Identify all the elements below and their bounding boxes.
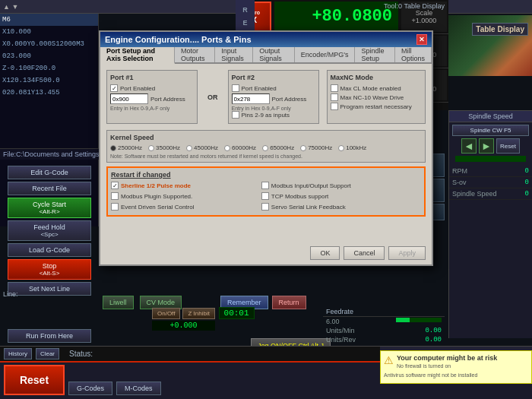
kernel-65k[interactable]: 65000Hz (262, 144, 294, 151)
dro-x-value: +80.0800 (274, 2, 398, 32)
sherline-checkbox[interactable] (111, 182, 119, 189)
modbus-io-checkbox[interactable] (261, 182, 269, 189)
kernel-45k[interactable]: 45000Hz (186, 144, 218, 151)
spindle-down-button[interactable]: ◄ (461, 138, 477, 154)
run-from-here-button[interactable]: Run From Here (4, 327, 95, 345)
dialog-content: Port #1 Port Enabled Port Address Entry … (100, 64, 432, 247)
tab-output-signals[interactable]: Output Signals (253, 47, 294, 62)
engine-config-dialog: Engine Configuration.... Ports & Pins ✕ … (99, 30, 433, 266)
return-button[interactable]: Return (272, 296, 306, 309)
kernel-section: Kernel Speed 25000Hz 35000Hz 45000Hz 600… (106, 130, 426, 163)
maxnc-restart-checkbox[interactable] (331, 103, 338, 110)
maxnc-box: MaxNC Mode Max CL Mode enabled Max NC-10… (327, 70, 426, 124)
kernel-35k[interactable]: 35000Hz (148, 144, 180, 151)
cycle-start-button[interactable]: Cycle Start <Alt-R> (8, 198, 91, 218)
reset-button[interactable]: Reset (4, 365, 65, 395)
spindle-cw-button[interactable]: Spindle CW F5 (452, 125, 529, 136)
on-off-button[interactable]: On/Off (152, 308, 180, 319)
m-codes-button[interactable]: M-Codes (116, 382, 161, 395)
port1-address-input[interactable] (110, 93, 148, 104)
load-gcode-button[interactable]: Load G-Code (8, 243, 91, 257)
toolbar-text: ▲ ▼ (0, 3, 21, 11)
gcode-line: M6 (0, 14, 98, 26)
dialog-title: Engine Configuration.... Ports & Pins (105, 35, 252, 44)
spindle-speed-row: Spindle Speed 0 (449, 188, 532, 200)
modbus-plugin-checkbox[interactable] (111, 192, 119, 200)
port2-address-input[interactable] (232, 93, 270, 104)
spindle-header: Spindle Speed (449, 111, 532, 122)
g-codes-button[interactable]: G-Codes (68, 382, 112, 395)
dialog-titlebar: Engine Configuration.... Ports & Pins ✕ (100, 32, 432, 47)
table-display-label: Table Display (472, 23, 528, 36)
tab-port-setup[interactable]: Port Setup and Axis Selection (100, 47, 175, 64)
feed-hold-button[interactable]: Feed Hold <Spc> (8, 220, 91, 241)
port1-enabled-checkbox[interactable] (110, 84, 118, 92)
event-driven-checkbox[interactable] (111, 203, 119, 211)
kernel-25k[interactable]: 25000Hz (110, 144, 142, 151)
tab-input-signals[interactable]: Input Signals (215, 47, 253, 62)
virus-line1: No firewall is turned on (384, 362, 528, 371)
inhibit-value: +0.000 (152, 321, 215, 331)
maxnc-wave-checkbox[interactable] (331, 93, 338, 101)
cancel-button[interactable]: Cancel (344, 246, 385, 247)
status-bar: History Clear Status: (0, 346, 380, 361)
tab-motor-outputs[interactable]: Motor Outputs (175, 47, 215, 62)
spindle-rpm-row: RPM 0 (449, 166, 532, 177)
inhibit-area: On/Off Z Inhibit +0.000 (152, 308, 215, 331)
warning-icon: ⚠ (384, 354, 394, 366)
restart-section: Restart if changed Sherline 1/2 Pulse mo… (106, 166, 426, 217)
port2-enabled-checkbox[interactable] (232, 84, 239, 92)
tab-mill-options[interactable]: Mill Options (395, 47, 432, 62)
port-row: Port #1 Port Enabled Port Address Entry … (106, 70, 426, 124)
edit-gcode-button[interactable]: Edit G-Code (8, 166, 91, 179)
gcode-line: X10.000 (0, 26, 98, 38)
virus-line2: Antivirus software might not be installe… (384, 371, 528, 380)
servo-serial-checkbox[interactable] (261, 203, 269, 211)
gcode-line: 020.081Y13.455 (0, 87, 98, 99)
spindle-sov-row: S-ov 0 (449, 177, 532, 188)
port2-pins-checkbox[interactable] (232, 111, 239, 119)
kernel-60k[interactable]: 60000Hz (224, 144, 256, 151)
spindle-reset-button[interactable]: Reset (496, 138, 520, 154)
tool-info: Tool:0 Table Display (384, 2, 445, 10)
dialog-close-button[interactable]: ✕ (416, 34, 427, 45)
maxnc-cl-checkbox[interactable] (331, 84, 338, 92)
recent-file-button[interactable]: Recent File (8, 182, 91, 195)
line-display: Line: (0, 289, 99, 299)
feedrate-bar (396, 318, 442, 322)
gcode-line: X0.000Y0.000S12000M3 (0, 38, 98, 50)
virus-warning-title: Your computer might be at risk (384, 354, 528, 362)
tcp-modbus-checkbox[interactable] (261, 192, 269, 200)
dialog-tabs: Port Setup and Axis Selection Motor Outp… (100, 47, 432, 64)
spindle-panel: Spindle Speed Spindle CW F5 ◄ ► Reset RP… (448, 110, 532, 338)
virus-warning: ⚠ Your computer might be at risk No fire… (380, 350, 532, 384)
stop-button[interactable]: Stop <Alt-S> (8, 259, 91, 280)
feedrate-area: Feedrate 6.00 Units/Min 0.00 Units/Rev 0… (323, 307, 445, 344)
elapsed-value: 00:01 (219, 307, 255, 319)
dialog-buttons: OK Cancel Apply (310, 246, 426, 247)
spindle-rpm-bar (455, 156, 526, 162)
or-text: OR (205, 70, 220, 124)
z-inhibit-button[interactable]: Z Inhibit (182, 308, 214, 319)
control-buttons: Edit G-Code Recent File Cycle Start <Alt… (0, 163, 99, 298)
kernel-100k[interactable]: 100kHz (338, 144, 366, 151)
gcode-line: 023.000 (0, 50, 98, 62)
bottom-codes: G-Codes M-Codes (68, 382, 161, 395)
clear-button[interactable]: Clear (36, 348, 59, 359)
tab-encoder[interactable]: Encoder/MPG's (295, 47, 356, 62)
ok-button[interactable]: OK (310, 246, 340, 247)
tab-spindle-setup[interactable]: Spindle Setup (355, 47, 395, 62)
feedrate-label: Feedrate (323, 307, 445, 317)
spindle-up-button[interactable]: ► (479, 138, 494, 154)
apply-button[interactable]: Apply (388, 246, 426, 247)
history-button[interactable]: History (4, 348, 32, 359)
port2-box: Port #2 Port Enabled Port Address Entry … (228, 70, 319, 124)
gcode-line: Z-0.100F200.0 (0, 62, 98, 74)
liwell-button[interactable]: Liwell (103, 296, 134, 309)
port1-box: Port #1 Port Enabled Port Address Entry … (106, 70, 198, 124)
kernel-75k[interactable]: 75000Hz (300, 144, 332, 151)
gcode-line: X120.134F500.0 (0, 74, 98, 87)
